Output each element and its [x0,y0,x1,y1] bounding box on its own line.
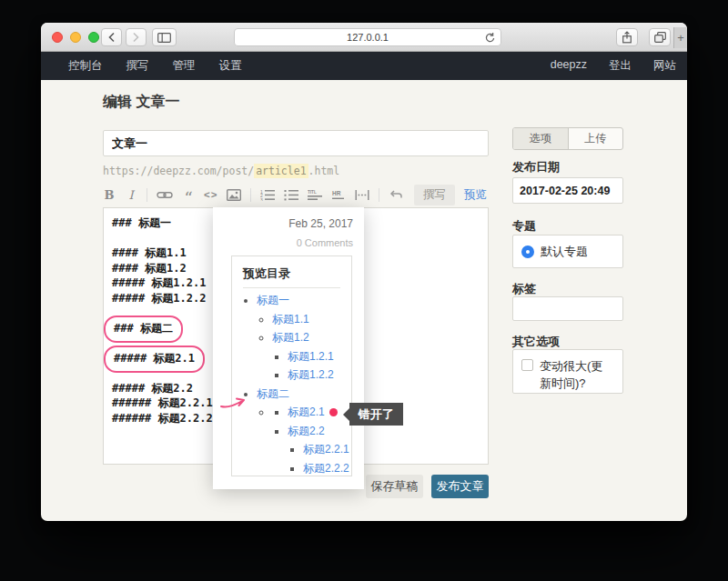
traffic-lights [52,32,99,43]
page-title: 编辑 文章一 [103,93,179,112]
publish-button[interactable]: 发布文章 [431,475,489,498]
toc-title: 预览目录 [243,265,340,288]
page-break-icon[interactable] [355,186,369,203]
toolbar-separator [250,188,251,202]
svg-text:TITL: TITL [308,190,317,195]
post-title-input[interactable] [103,130,489,156]
toc-level-2: 标题2.1错开了标题2.2标题2.2.1标题2.2.2 [257,403,351,477]
browser-window: 127.0.0.1 + 控制台撰写管理设置 deepzz登出网站 编辑 文章一 … [41,23,687,521]
tab-overview-button[interactable] [649,28,671,46]
toc-level-2: 标题1.1标题1.2标题1.2.1标题1.2.2 [257,310,351,385]
sidebar-tabs: 选项 上传 [512,127,623,150]
major-change-label: 变动很大(更新时间)? [540,357,614,392]
undo-icon[interactable] [389,186,403,203]
nav-item-logout[interactable]: 登出 [609,58,632,74]
error-dot-icon [329,408,338,416]
minimize-window-button[interactable] [70,32,81,43]
svg-text:3: 3 [260,196,263,200]
topic-box: 默认专题 [512,235,623,268]
nav-item-manage[interactable]: 管理 [173,58,196,74]
post-url-suffix: .html [308,165,340,177]
back-button[interactable] [101,28,122,46]
toc-item: 标题1.1 [272,310,351,329]
browser-titlebar: 127.0.0.1 + [41,23,687,52]
toc-item: 标题2.2标题2.2.1标题2.2.2 [288,422,351,478]
toolbar-separator [379,188,379,202]
tab-options[interactable]: 选项 [513,128,568,149]
chevron-left-icon [107,32,116,43]
tags-input[interactable] [512,296,623,321]
toc-link[interactable]: 标题1.2.1 [288,350,334,363]
admin-navbar: 控制台撰写管理设置 deepzz登出网站 [41,52,687,80]
toc-item: 标题2.2.1 [303,440,351,459]
nav-left-group: 控制台撰写管理设置 [68,58,242,74]
reload-icon [484,32,496,44]
ordered-list-icon[interactable]: 123 [260,186,275,203]
forward-button[interactable] [126,28,147,46]
toc-link[interactable]: 标题2.2 [288,425,325,437]
tags-label: 标签 [512,281,623,297]
reload-button[interactable] [484,32,496,48]
post-url: https://deepzz.com/post/article1.html [103,165,339,177]
chevron-right-icon [132,32,140,43]
toc-link[interactable]: 标题2.2.2 [303,462,349,475]
topic-radio[interactable] [521,245,534,258]
toc-item: 标题1.2标题1.2.1标题1.2.2 [272,328,351,385]
bold-icon[interactable]: B [103,186,116,203]
quote-icon[interactable]: “ [182,186,195,203]
address-bar[interactable]: 127.0.0.1 [234,28,501,46]
toc-item: 标题一标题1.1标题1.2标题1.2.1标题1.2.2 [257,291,351,385]
nav-item-settings[interactable]: 设置 [219,58,242,74]
toc-item: 标题2.1错开了 [288,403,351,422]
toc-level-4: 标题2.2.1标题2.2.2 [288,440,351,477]
toc-box: 预览目录 标题一标题1.1标题1.2标题1.2.1标题1.2.2标题二标题2.1… [231,255,352,476]
hr-icon[interactable]: HR [331,186,346,203]
nav-right-group: deepzz登出网站 [551,58,676,74]
share-icon [622,31,632,44]
toc-link[interactable]: 标题2.1 [288,406,325,418]
tab-upload[interactable]: 上传 [568,128,623,149]
code-icon[interactable]: <> [204,186,217,203]
sidebar-icon [157,33,171,43]
toc-link[interactable]: 标题2.2.1 [303,443,349,456]
toc-level-3: 标题2.1错开了标题2.2标题2.2.1标题2.2.2 [272,403,351,477]
toc-item: 标题1.2.1 [288,347,351,366]
toc-list: 标题一标题1.1标题1.2标题1.2.1标题1.2.2标题二标题2.1错开了标题… [243,291,351,477]
link-icon[interactable] [157,186,173,203]
preview-tab[interactable]: 预览 [464,187,487,203]
share-button[interactable] [616,28,638,46]
heading-icon[interactable]: TITL [308,186,322,203]
toc-link[interactable]: 标题1.2.2 [288,368,334,381]
publish-date-label: 发布日期 [512,159,623,175]
close-window-button[interactable] [52,32,63,43]
toc-link[interactable]: 标题二 [257,387,289,400]
annotation-circle: ### 标题二 [104,316,183,344]
toc-link[interactable]: 标题1.2 [272,331,309,344]
sidebar-toggle-button[interactable] [152,28,177,46]
italic-icon[interactable]: I [125,186,137,203]
topic-option-label: 默认专题 [541,243,588,260]
write-tab[interactable]: 撰写 [414,185,455,205]
url-text: 127.0.0.1 [347,32,389,43]
annotation-arrow-icon [219,395,250,413]
toc-level-1: 标题一标题1.1标题1.2标题1.2.1标题1.2.2标题二标题2.1错开了标题… [243,291,351,477]
toc-item: 标题1.2.2 [288,366,351,385]
image-icon[interactable] [227,186,241,203]
toc-link[interactable]: 标题1.1 [272,313,309,326]
post-url-slug: article1 [254,164,308,178]
zoom-window-button[interactable] [88,32,99,43]
preview-date: Feb 25, 2017 [288,217,353,230]
save-draft-button[interactable]: 保存草稿 [366,475,423,498]
toc-link[interactable]: 标题一 [257,294,289,306]
nav-item-user[interactable]: deepzz [551,58,587,74]
svg-text:HR: HR [332,190,341,196]
publish-date-input[interactable] [512,177,623,204]
toc-item: 标题二标题2.1错开了标题2.2标题2.2.1标题2.2.2 [257,385,351,478]
toc-empty-item: 标题2.1错开了标题2.2标题2.2.1标题2.2.2 [272,403,351,477]
nav-item-site[interactable]: 网站 [653,58,676,74]
unordered-list-icon[interactable] [284,186,298,203]
major-change-checkbox[interactable] [521,359,533,371]
new-tab-button[interactable]: + [673,27,687,48]
nav-item-console[interactable]: 控制台 [68,58,103,74]
nav-item-write[interactable]: 撰写 [126,58,149,74]
